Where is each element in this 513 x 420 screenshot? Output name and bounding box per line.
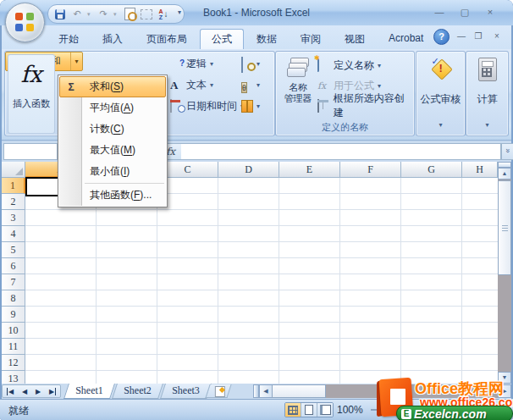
lookup-reference-button[interactable]: ▾ [241,55,270,72]
logical-button[interactable]: 逻辑 ▾ [170,55,213,72]
close-button[interactable]: × [481,6,499,19]
create-from-selection-icon [317,100,330,112]
sheet-navigation: ◀ ◀ ▶ ▶ [2,384,61,398]
group-formula-auditing[interactable]: ✓! 公式审核 ▾ [416,51,466,136]
row-header-8[interactable]: 8 [2,290,25,307]
redo-dropdown[interactable]: ▾ [113,11,119,18]
row-header-1[interactable]: 1 [2,178,25,194]
row-header-5[interactable]: 5 [2,242,25,258]
row-header-9[interactable]: 9 [2,307,25,323]
tab-页面布局[interactable]: 页面布局 [135,29,198,49]
group-calculation[interactable]: 计算 ▾ [466,51,509,136]
undo-button[interactable]: ↶ [70,8,84,21]
undo-dropdown[interactable]: ▾ [87,11,93,18]
create-from-selection-button[interactable]: 根据所选内容创建 [317,97,414,114]
menu-item-最大值[interactable]: 最大值(M) [59,140,166,161]
sort-az-button[interactable]: AZ ↓ [157,8,170,21]
row-header-2[interactable]: 2 [2,194,25,210]
page-break-view-button[interactable] [317,403,333,417]
menu-item-求和[interactable]: Σ求和(S) [59,76,166,97]
help-button[interactable]: ? [433,29,450,45]
formula-auditing-dropdown[interactable]: ▾ [416,121,465,129]
define-name-button[interactable]: 定义名称 ▾ [317,57,381,74]
vertical-split-handle[interactable] [498,162,511,168]
name-manager-button[interactable]: 名称管理器 [279,54,317,122]
tab-数据[interactable]: 数据 [245,29,288,49]
date-time-button[interactable]: 日期和时间 ▾ [170,97,244,114]
customize-qat-button[interactable]: ▾ [178,8,180,16]
scroll-up-button[interactable]: ▲ [498,168,511,180]
insert-worksheet-tab[interactable] [205,384,231,398]
last-sheet-button[interactable]: ▶ [49,388,56,395]
next-sheet-button[interactable]: ▶ [36,388,41,395]
row-header-11[interactable]: 11 [2,339,25,355]
horizontal-scroll-thumb[interactable] [272,384,326,398]
more-functions-button[interactable]: ▾ [241,97,270,114]
menu-item-最小值[interactable]: 最小值(I) [59,161,166,182]
ribbon-tabs: 开始插入页面布局公式数据审阅视图Acrobat [47,29,434,49]
watermark: Office教程网 www.office26.com E Excelcn.com [371,375,513,420]
scroll-left-button[interactable]: ◀ [259,384,273,398]
row-header-10[interactable]: 10 [2,323,25,339]
row-header-7[interactable]: 7 [2,274,25,290]
selection-tool-icon [141,9,152,19]
tab-视图[interactable]: 视图 [334,29,376,49]
column-header-G[interactable]: G [401,162,462,178]
name-manager-icon [287,58,309,78]
workbook-restore-button[interactable]: ❐ [471,31,486,42]
save-button[interactable] [53,8,67,21]
menu-item-计数[interactable]: 计数(C) [59,119,166,140]
select-all-corner[interactable] [2,162,25,178]
column-header-D[interactable]: D [218,162,279,178]
sheet-tab-sheet1[interactable]: Sheet1 [63,384,115,399]
page-layout-view-icon [305,405,313,415]
previous-sheet-button[interactable]: ◀ [22,388,27,395]
workbook-minimize-button[interactable]: — [454,31,469,42]
menu-item-平均值[interactable]: 平均值(A) [59,97,166,119]
title-bar: Book1 - Microsoft Excel ↶ ▾ ↷ ▾ AZ ↓ ▾ —… [0,0,513,25]
zoom-level[interactable]: 100% [337,404,363,416]
selection-tool-button[interactable] [140,8,153,21]
sheet-tab-sheet2[interactable]: Sheet2 [112,384,163,399]
horizontal-split-handle[interactable] [253,384,259,398]
office-logo-icon [15,13,34,31]
text-functions-button[interactable]: A 文本 ▾ [170,76,213,93]
formula-input[interactable] [181,143,501,160]
formula-bar-expand-button[interactable]: » [501,143,513,160]
sheet-tab-sheet3[interactable]: Sheet3 [160,384,212,399]
workbook-close-button[interactable]: × [489,31,505,42]
first-sheet-button[interactable]: ◀ [7,388,14,395]
office-button[interactable] [5,3,45,42]
column-header-E[interactable]: E [279,162,340,178]
minimize-button[interactable]: — [430,6,449,19]
vertical-scroll-thumb[interactable] [498,180,511,275]
normal-view-icon [288,406,298,415]
column-header-H[interactable]: H [462,162,498,178]
calculation-dropdown[interactable]: ▾ [466,121,508,129]
maximize-button[interactable]: ▢ [455,6,474,19]
formula-auditing-icon: ✓! [431,58,451,79]
more-functions-icon [241,100,254,112]
tab-开始[interactable]: 开始 [47,29,90,49]
row-header-6[interactable]: 6 [2,258,25,274]
menu-item-其他函数[interactable]: 其他函数(F)... [59,185,166,206]
page-layout-view-button[interactable] [301,403,317,417]
watermark-badge-icon: E [401,409,411,419]
math-trig-button[interactable]: θ ▾ [241,76,270,93]
autosum-dropdown-arrow[interactable]: ▾ [70,52,82,70]
tab-Acrobat[interactable]: Acrobat [378,29,434,49]
normal-view-button[interactable] [285,403,301,417]
column-header-F[interactable]: F [340,162,401,178]
tab-审阅[interactable]: 审阅 [290,29,332,49]
tab-插入[interactable]: 插入 [91,29,134,49]
row-header-12[interactable]: 12 [2,355,25,371]
fx-icon: fx [20,62,41,87]
row-header-3[interactable]: 3 [2,210,25,226]
print-preview-button[interactable] [123,8,136,21]
vertical-scrollbar[interactable]: ▲ ▼ [498,162,511,384]
row-header-4[interactable]: 4 [2,226,25,242]
name-box[interactable] [3,143,58,160]
tab-公式[interactable]: 公式 [200,29,244,49]
sigma-icon: Σ [60,81,82,93]
redo-button[interactable]: ↷ [97,8,110,21]
